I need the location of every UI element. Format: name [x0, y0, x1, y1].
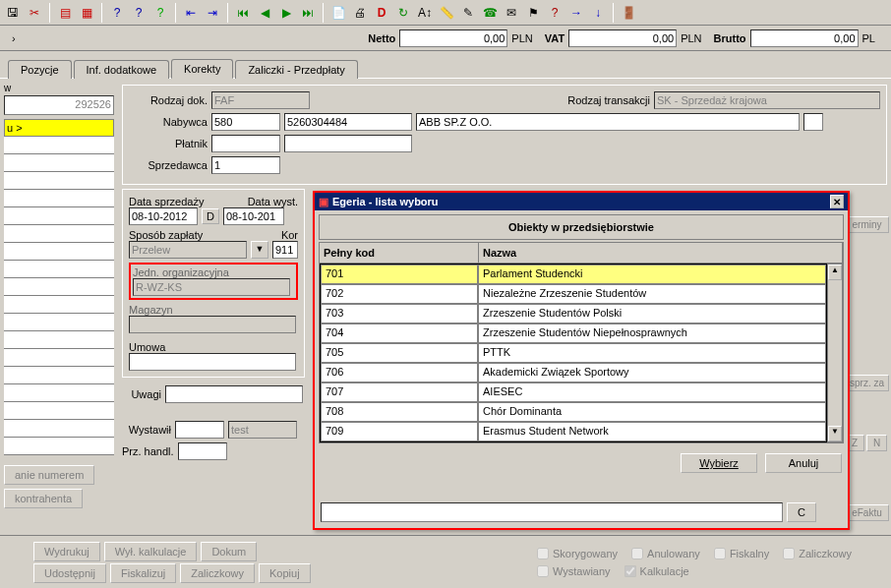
nabywca-extra-input[interactable] — [803, 113, 823, 131]
terminy-button[interactable]: erminy — [845, 216, 889, 233]
prz-handl-input[interactable] — [178, 442, 227, 460]
mail-icon[interactable]: ✉ — [503, 4, 520, 22]
zaliczkowy-button[interactable]: Zaliczkowy — [180, 563, 255, 583]
tab-pozycje[interactable]: Pozycje — [8, 60, 72, 79]
table-row[interactable]: 709Erasmus Student Network — [321, 422, 826, 441]
ruler-icon[interactable]: 📏 — [438, 4, 455, 22]
data-wyst-label: Data wyst. — [248, 196, 298, 207]
sprzedawca-label: Sprzedawca — [129, 159, 208, 171]
q-icon[interactable]: ? — [546, 4, 564, 22]
magazyn-input[interactable] — [129, 316, 296, 333]
down-icon[interactable]: ↓ — [589, 4, 607, 22]
netto-input[interactable] — [399, 29, 507, 47]
vat-input[interactable] — [568, 29, 677, 47]
table-row[interactable]: 707AIESEC — [321, 382, 826, 402]
fwd-icon[interactable]: → — [567, 4, 585, 22]
dokum-button[interactable]: Dokum — [201, 542, 257, 561]
scroll-down-icon[interactable]: ▼ — [828, 426, 842, 441]
nabywca-name-input[interactable] — [416, 113, 800, 131]
table-row[interactable]: 701Parlament Studencki — [321, 265, 826, 284]
nav-first-icon[interactable]: ⇤ — [182, 4, 200, 22]
modal-filter-input[interactable] — [321, 502, 783, 522]
sort-icon[interactable]: A↕ — [416, 4, 434, 22]
umowa-input[interactable] — [129, 353, 296, 371]
wyl-kalkulacje-button[interactable]: Wył. kalkulacje — [104, 542, 198, 561]
rodzaj-dok-input[interactable] — [211, 91, 310, 109]
sposob-dropdown[interactable]: ▼ — [251, 241, 268, 259]
udostepnij-button[interactable]: Udostępnij — [33, 563, 106, 583]
fiskalizuj-button[interactable]: Fiskalizuj — [110, 563, 176, 583]
modal-scrollbar[interactable]: ▲ ▼ — [827, 264, 843, 442]
rec-prev-icon[interactable]: ◀ — [256, 4, 273, 22]
phone-icon[interactable]: ☎ — [481, 4, 499, 22]
jedn-label: Jedn. organizacyjna — [133, 266, 294, 278]
brutto-input[interactable] — [750, 29, 859, 47]
efaktu-button[interactable]: eFaktu — [845, 504, 889, 521]
check-anulowany: Anulowany — [631, 548, 700, 559]
magazyn-label: Magazyn — [129, 304, 298, 316]
table-row[interactable]: 708Chór Dominanta — [321, 402, 826, 422]
bottom-bar: Wydrukuj Wył. kalkulacje Dokum Udostępni… — [0, 535, 891, 588]
cut-icon[interactable]: ✂ — [26, 4, 43, 22]
doc-icon[interactable]: 📄 — [329, 4, 347, 22]
refresh-icon[interactable]: ↻ — [394, 4, 412, 22]
check-zaliczkowy: Zaliczkowy — [783, 548, 852, 559]
wystawil-code-input[interactable] — [175, 421, 224, 439]
platnik-code-input[interactable] — [211, 135, 280, 152]
scroll-up-icon[interactable]: ▲ — [828, 265, 842, 280]
kor-input[interactable] — [272, 241, 298, 259]
sposob-input[interactable] — [129, 241, 247, 259]
table-row[interactable]: 703Zrzeszenie Studentów Polski — [321, 304, 826, 323]
wystawil-name-input[interactable] — [228, 421, 297, 439]
tabs: Pozycje Inf. dodatkowe Korekty Zaliczki … — [0, 51, 891, 79]
flag-icon[interactable]: ⚑ — [524, 4, 542, 22]
platnik-nip-input[interactable] — [284, 135, 412, 152]
anuluj-button[interactable]: Anuluj — [765, 453, 842, 473]
modal-title-text: Egeria - lista wyboru — [332, 196, 439, 207]
help3-icon[interactable]: ? — [151, 4, 169, 22]
rodzaj-trans-input[interactable] — [654, 91, 880, 109]
help1-icon[interactable]: ? — [108, 4, 126, 22]
list-icon[interactable]: ▤ — [56, 4, 74, 22]
table-row[interactable]: 704Zrzeszenie Studentów Niepełnosprawnyc… — [321, 323, 826, 343]
print-icon[interactable]: 🖨 — [351, 4, 369, 22]
left-list — [4, 137, 114, 455]
exit-icon[interactable]: 🚪 — [620, 4, 637, 22]
table-row[interactable]: 702Niezależne Zrzeszenie Studentów — [321, 284, 826, 304]
vat-label: VAT — [545, 32, 564, 44]
data-wyst-input[interactable] — [223, 207, 284, 225]
table-row[interactable]: 706Akademicki Związek Sportowy — [321, 363, 826, 382]
left-highlight[interactable]: u > — [4, 119, 114, 137]
save-icon[interactable]: 🖫 — [4, 4, 22, 22]
kopiuj-button[interactable]: Kopiuj — [259, 563, 311, 583]
close-icon[interactable]: ✕ — [830, 195, 844, 208]
uwagi-input[interactable] — [165, 385, 303, 403]
sprzedawca-code-input[interactable] — [211, 156, 280, 174]
tab-inf[interactable]: Inf. dodatkowe — [74, 60, 170, 79]
netto-label: Netto — [368, 32, 395, 44]
sprz-button[interactable]: sprz. za — [845, 375, 889, 391]
form-icon[interactable]: ▦ — [78, 4, 95, 22]
c-button[interactable]: C — [787, 502, 816, 522]
nabywca-code-input[interactable] — [211, 113, 280, 131]
help2-icon[interactable]: ? — [130, 4, 148, 22]
n-button[interactable]: N — [866, 435, 887, 451]
edit-icon[interactable]: ✎ — [459, 4, 477, 22]
rec-next-icon[interactable]: ▶ — [277, 4, 295, 22]
rec-end-icon[interactable]: ⏭ — [299, 4, 317, 22]
modal-rows: 701Parlament Studencki 702Niezależne Zrz… — [320, 264, 827, 442]
nav-last-icon[interactable]: ⇥ — [204, 4, 221, 22]
table-row[interactable]: 705PTTK — [321, 343, 826, 363]
data-sprzedazy-input[interactable] — [129, 207, 198, 225]
wydrukuj-button[interactable]: Wydrukuj — [33, 542, 100, 561]
nabywca-nip-input[interactable] — [284, 113, 412, 131]
rec-first-icon[interactable]: ⏮ — [234, 4, 252, 22]
tab-zaliczki[interactable]: Zaliczki - Przedpłaty — [235, 60, 357, 79]
d-button[interactable]: D — [202, 208, 219, 224]
tab-korekty[interactable]: Korekty — [171, 59, 233, 79]
wybierz-button[interactable]: Wybierz — [681, 453, 757, 473]
kontrahenta-button[interactable]: kontrahenta — [4, 489, 83, 508]
jedn-input[interactable] — [133, 278, 290, 296]
d-icon[interactable]: D — [373, 4, 390, 22]
anie-numerem-button[interactable]: anie numerem — [4, 465, 94, 485]
